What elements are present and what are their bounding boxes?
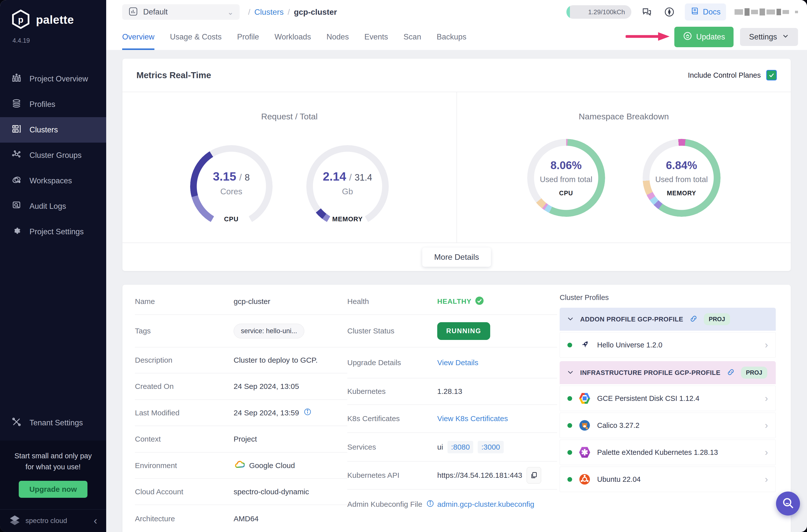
tabs-bar: Overview Usage & Costs Profile Workloads… xyxy=(106,24,807,50)
detail-value: Project xyxy=(233,435,257,443)
include-control-planes-checkbox[interactable] xyxy=(766,70,777,80)
sidebar-item-project-overview[interactable]: Project Overview xyxy=(0,66,106,92)
info-icon[interactable] xyxy=(426,499,434,509)
service-port-link[interactable]: :8080 xyxy=(448,441,473,453)
detail-value: AMD64 xyxy=(233,514,259,523)
memory-gauge: 2.14 / 31.4 Gb MEMORY xyxy=(306,145,389,228)
detail-row: Last Modified 24 Sep 2024, 13:59 xyxy=(135,399,347,425)
chat-button[interactable] xyxy=(640,5,654,19)
brand-name: palette xyxy=(36,13,74,26)
spectro-logo xyxy=(9,514,20,527)
memory-donut-label: MEMORY xyxy=(667,190,696,197)
profile-item-hello-universe[interactable]: Hello Universe 1.2.0 › xyxy=(560,332,776,358)
project-selector[interactable]: Default ⌄ xyxy=(122,4,240,20)
profile-item-gce-disk[interactable]: GCE Persistent Disk CSI 1.12.4 › xyxy=(560,386,776,411)
settings-button[interactable]: Settings xyxy=(740,28,798,46)
chevron-down-icon xyxy=(567,315,574,323)
copy-button[interactable] xyxy=(527,467,541,483)
breadcrumb-clusters-link[interactable]: Clusters xyxy=(254,7,284,17)
sidebar-item-project-settings[interactable]: Project Settings xyxy=(0,219,106,245)
metrics-card: Metrics Real-Time Include Control Planes… xyxy=(123,59,791,271)
tab-profile[interactable]: Profile xyxy=(237,24,259,50)
docs-label: Docs xyxy=(703,7,720,17)
detail-row: Upgrade Details View Details xyxy=(347,347,557,378)
tab-scan[interactable]: Scan xyxy=(404,24,421,50)
health-status: HEALTHY xyxy=(437,298,471,305)
sidebar-item-label: Workspaces xyxy=(30,176,72,185)
detail-value: 24 Sep 2024, 13:59 xyxy=(233,408,299,417)
tab-events[interactable]: Events xyxy=(364,24,388,50)
status-dot-icon xyxy=(567,477,572,482)
include-control-planes-label: Include Control Planes xyxy=(688,71,761,79)
collapse-sidebar-button[interactable]: ‹ xyxy=(94,515,97,526)
docs-button[interactable]: Docs xyxy=(685,3,726,20)
profile-item-ubuntu[interactable]: Ubuntu 22.04 › xyxy=(560,467,776,492)
pxk-hexagon-icon: ✱ xyxy=(579,446,590,458)
chevron-down-icon xyxy=(782,33,789,41)
chevron-down-icon: ⌄ xyxy=(227,8,233,17)
detail-row: Name gcp-cluster xyxy=(135,288,347,315)
detail-value: 1.28.13 xyxy=(437,387,462,396)
profile-item-pxk[interactable]: ✱ Palette eXtended Kubernetes 1.28.13 › xyxy=(560,440,776,465)
accordion-name: INFRASTRUCTURE PROFILE GCP-PROFILE xyxy=(580,369,720,377)
sidebar-item-label: Project Settings xyxy=(30,227,84,236)
detail-value: 24 Sep 2024, 13:05 xyxy=(233,382,299,391)
detail-label: Health xyxy=(347,297,437,306)
detail-row: Tags service: hello-uni... xyxy=(135,315,347,347)
request-total-panel: Request / Total 3.15 / 8 xyxy=(123,92,456,243)
profile-item-calico[interactable]: Calico 3.27.2 › xyxy=(560,413,776,438)
google-cloud-icon xyxy=(233,460,245,471)
search-fab[interactable] xyxy=(776,492,800,515)
gcp-hexagon-icon xyxy=(579,393,590,404)
infrastructure-profile-accordion[interactable]: INFRASTRUCTURE PROFILE GCP-PROFILE PROJ xyxy=(560,361,776,384)
memory-donut-caption: Used from total xyxy=(655,175,708,184)
project-selector-value: Default xyxy=(143,7,168,17)
accordion-name: ADDON PROFILE GCP-PROFILE xyxy=(580,316,683,323)
tab-workloads[interactable]: Workloads xyxy=(275,24,311,50)
topbar: Default ⌄ / Clusters / gcp-cluster 1.29/… xyxy=(106,0,807,24)
svg-text:p: p xyxy=(18,15,23,24)
usage-quota-pill[interactable]: 1.29/100kCh xyxy=(566,5,631,19)
status-dot-icon xyxy=(567,343,572,347)
sidebar-item-label: Project Overview xyxy=(30,74,88,83)
view-details-link[interactable]: View Details xyxy=(437,358,478,367)
tab-usage-costs[interactable]: Usage & Costs xyxy=(170,24,222,50)
promo-line2: for what you use! xyxy=(6,461,100,473)
orbit-icon xyxy=(12,175,21,187)
detail-value: Cluster to deploy to GCP. xyxy=(233,356,318,364)
detail-label: Upgrade Details xyxy=(347,358,437,367)
service-port-link[interactable]: :3000 xyxy=(478,441,503,453)
kubeconfig-link[interactable]: admin.gcp-cluster.kubeconfig xyxy=(437,500,534,509)
compass-button[interactable] xyxy=(662,5,676,19)
sidebar-item-workspaces[interactable]: Workspaces xyxy=(0,168,106,194)
profile-item-name: Ubuntu 22.04 xyxy=(597,475,641,483)
sidebar-item-profiles[interactable]: Profiles xyxy=(0,92,106,117)
sidebar-item-cluster-groups[interactable]: Cluster Groups xyxy=(0,142,106,168)
memory-gauge-label: MEMORY xyxy=(306,215,389,223)
cpu-donut-percent: 8.06% xyxy=(550,159,582,172)
view-k8s-certificates-link[interactable]: View K8s Certificates xyxy=(437,414,508,423)
sidebar-item-tenant-settings[interactable]: Tenant Settings xyxy=(0,410,106,436)
chevron-right-icon: › xyxy=(765,447,768,458)
addon-profile-accordion[interactable]: ADDON PROFILE GCP-PROFILE PROJ xyxy=(560,308,776,331)
sidebar-item-audit-logs[interactable]: Audit Logs xyxy=(0,194,106,219)
tag-pill[interactable]: service: hello-uni... xyxy=(233,324,304,338)
audit-doc-icon xyxy=(12,200,21,212)
sidebar-item-clusters[interactable]: Clusters xyxy=(0,117,106,142)
tab-backups[interactable]: Backups xyxy=(437,24,467,50)
detail-row: Kubernetes API https://34.54.126.181:443 xyxy=(347,461,557,489)
detail-label: Name xyxy=(135,297,233,306)
ubuntu-icon xyxy=(579,473,590,485)
tab-nodes[interactable]: Nodes xyxy=(326,24,349,50)
rocket-icon xyxy=(579,339,590,351)
updates-button[interactable]: Updates xyxy=(674,27,734,47)
info-icon[interactable] xyxy=(304,408,312,418)
account-name-redacted[interactable] xyxy=(734,8,798,16)
main-area: Default ⌄ / Clusters / gcp-cluster 1.29/… xyxy=(106,0,807,532)
service-name: ui xyxy=(437,443,443,451)
layers-icon xyxy=(12,98,21,110)
tab-overview[interactable]: Overview xyxy=(122,24,154,50)
namespace-breakdown-title: Namespace Breakdown xyxy=(579,112,669,121)
more-details-button[interactable]: More Details xyxy=(422,248,491,267)
upgrade-now-button[interactable]: Upgrade now xyxy=(19,481,87,498)
